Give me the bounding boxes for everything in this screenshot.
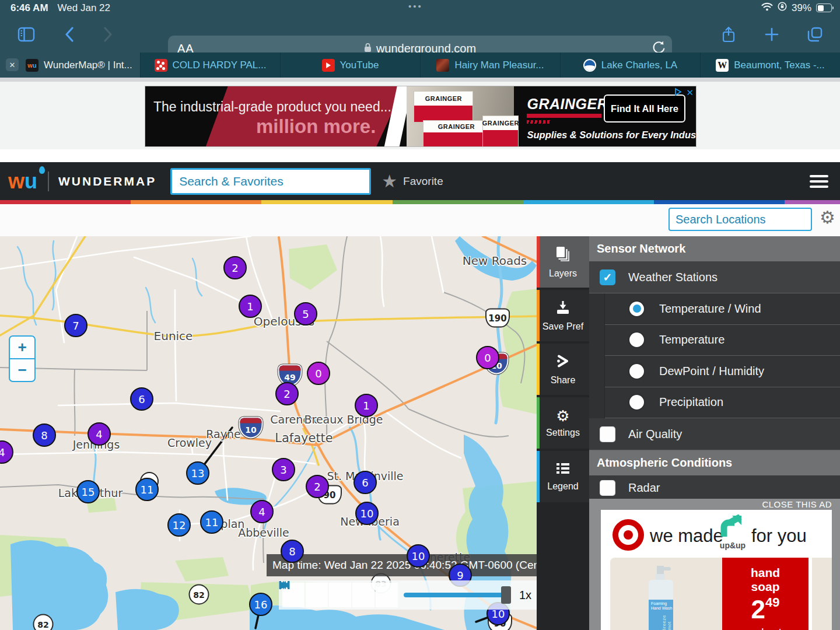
radio-unselected[interactable] (629, 364, 644, 379)
station-cluster-marker[interactable]: 4 (88, 422, 111, 446)
star-icon: ★ (382, 171, 397, 191)
station-cluster-marker[interactable]: 5 (294, 302, 317, 326)
rail-label: Share (551, 375, 576, 386)
adchoices-icon[interactable] (674, 88, 682, 98)
station-cluster-marker[interactable]: 7 (64, 314, 88, 337)
map-city-label: Abbeville (238, 526, 289, 539)
station-cluster-marker[interactable]: 13 (186, 461, 209, 485)
search-favorites-input[interactable] (170, 168, 371, 195)
weather-stations-checkbox[interactable]: ✓ (600, 270, 615, 285)
air-quality-checkbox[interactable] (600, 426, 615, 442)
back-icon[interactable] (60, 24, 79, 44)
station-cluster-marker[interactable]: 11 (135, 478, 159, 501)
option-precipitation[interactable]: Precipitation (605, 387, 840, 419)
air-quality-row[interactable]: Air Quality (589, 418, 840, 450)
station-cluster-marker[interactable]: 0 (476, 346, 499, 369)
station-cluster-marker[interactable]: 10 (407, 544, 430, 568)
wu-logo[interactable]: wu (8, 171, 37, 192)
search-locations-input[interactable] (668, 208, 812, 231)
wu-logo-u: u (24, 171, 37, 192)
rail-button-share[interactable]: Share (537, 344, 589, 395)
rail-button-settings[interactable]: ⚙ Settings (537, 397, 589, 449)
close-this-ad-button[interactable]: CLOSE THIS AD (762, 499, 832, 509)
station-cluster-marker[interactable]: 12 (167, 513, 191, 537)
option-temperature[interactable]: Temperature (605, 325, 840, 356)
zoom-in-button[interactable]: + (10, 337, 34, 359)
radio-unselected[interactable] (629, 332, 644, 347)
station-cluster-marker[interactable]: 8 (281, 540, 304, 563)
rail-strip (537, 290, 540, 341)
option-label: Temperature / Wind (659, 302, 761, 316)
banner-ad-zone: GRAINGER GRAINGER GRAINGER The industria… (0, 82, 840, 149)
safari-chrome: 6:46 AM Wed Jan 22 ••• 39% AA wundergrou… (0, 0, 840, 78)
tab-title: Lake Charles, LA (601, 60, 677, 71)
zoom-out-button[interactable]: − (10, 359, 34, 381)
rail-button-legend[interactable]: Legend (537, 451, 589, 502)
station-cluster-marker[interactable]: 16 (249, 593, 272, 616)
station-cluster-marker[interactable]: 6 (354, 471, 377, 494)
station-cluster-marker[interactable]: 4 (250, 500, 274, 523)
tab-youtube[interactable]: YouTube (280, 52, 420, 78)
fast-forward-button[interactable] (352, 583, 374, 607)
timeline-slider[interactable] (404, 593, 506, 597)
station-cluster-marker[interactable]: 0 (307, 362, 330, 385)
tab-cold-hardy[interactable]: COLD HARDY PAL... (140, 52, 280, 78)
station-cluster-marker[interactable]: 1 (355, 394, 378, 417)
map-zoom-control: + − (9, 335, 36, 382)
rail-label: Settings (546, 428, 580, 438)
tab-beaumont[interactable]: W Beaumont, Texas -... (700, 52, 840, 78)
header-divider (48, 172, 49, 191)
favorite-button[interactable]: ★ Favorite (382, 171, 443, 191)
station-display-options: Temperature / Wind Temperature DewPoint … (604, 293, 840, 418)
radio-selected[interactable] (629, 302, 644, 316)
grainger-banner-ad[interactable]: GRAINGER GRAINGER GRAINGER The industria… (145, 86, 696, 147)
station-cluster-marker[interactable]: 2 (306, 475, 329, 498)
radar-checkbox[interactable] (600, 480, 615, 496)
slider-handle[interactable] (501, 586, 511, 604)
share-icon[interactable] (719, 24, 738, 44)
find-it-all-here-button[interactable]: Find It All Here (604, 94, 685, 123)
ad-for-you: for you (751, 526, 807, 547)
station-cluster-marker[interactable]: 11 (200, 510, 223, 534)
ad-close-icon[interactable]: ✕ (686, 88, 694, 98)
rewind-button[interactable] (306, 583, 328, 607)
tab-lake-charles[interactable]: Lake Charles, LA (560, 52, 700, 78)
playback-speed: 1x (519, 589, 531, 602)
save-download-icon (555, 300, 571, 317)
radar-row[interactable]: Radar (589, 475, 840, 501)
ipad-safari-screen: 6:46 AM Wed Jan 22 ••• 39% AA wundergrou… (0, 0, 840, 630)
station-cluster-marker[interactable]: 2 (223, 256, 247, 279)
weather-stations-row[interactable]: ✓ Weather Stations (589, 261, 840, 293)
ad-headline: The industrial-grade product you need... (153, 99, 391, 115)
station-cluster-marker[interactable]: 2 (275, 382, 299, 405)
map-subheader: ⚙ (0, 204, 840, 236)
station-cluster-marker[interactable]: 3 (272, 458, 295, 481)
station-cluster-marker[interactable]: 8 (33, 424, 56, 447)
close-tab-icon[interactable]: ✕ (6, 58, 19, 71)
rail-button-save-pref[interactable]: Save Pref (537, 290, 589, 341)
station-cluster-marker[interactable]: 10 (355, 502, 379, 525)
tab-hairy-man[interactable]: Hairy Man Pleasur... (420, 52, 560, 78)
forward-icon[interactable] (98, 24, 118, 44)
product-name: soap (751, 580, 779, 593)
skip-end-button[interactable] (376, 583, 398, 607)
new-tab-icon[interactable] (762, 24, 782, 44)
station-cluster-marker[interactable]: 15 (76, 480, 100, 503)
weather-map[interactable]: New RoadsOpelousasEuniceCarencroBreaux B… (0, 236, 537, 630)
target-ad-card[interactable]: we made up&up for you Foaming Hand Wash … (601, 510, 832, 630)
tab-wundermap[interactable]: ✕ wu WunderMap® | Int... (0, 52, 140, 78)
rail-button-layers[interactable]: Layers (537, 236, 589, 288)
radio-unselected[interactable] (629, 395, 644, 410)
tabs-overview-icon[interactable] (805, 24, 825, 44)
option-dewpoint-humidity[interactable]: DewPoint / Humidity (605, 356, 840, 387)
play-button[interactable] (329, 583, 351, 607)
option-temperature-wind[interactable]: Temperature / Wind (605, 293, 840, 325)
rainbow-strip (0, 200, 840, 204)
favorite-label: Favorite (403, 175, 443, 188)
map-settings-gear-icon[interactable]: ⚙ (820, 209, 835, 226)
menu-icon[interactable] (810, 175, 828, 191)
station-cluster-marker[interactable]: 6 (130, 387, 153, 411)
station-cluster-marker[interactable]: 1 (239, 295, 262, 318)
sidebar-toggle-icon[interactable] (16, 24, 36, 44)
battery-percent: 39% (792, 2, 811, 14)
